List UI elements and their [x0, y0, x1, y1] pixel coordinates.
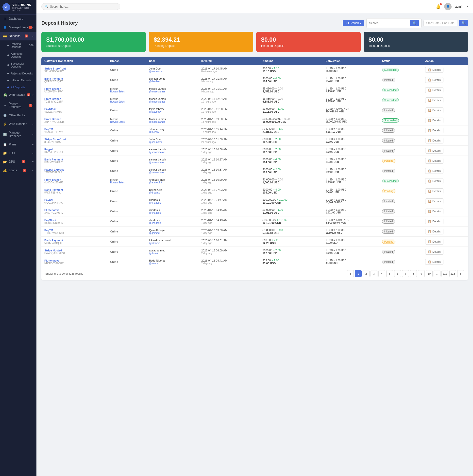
user-handle[interactable]: @mosesjames	[149, 121, 195, 123]
user-handle[interactable]: @lokmain	[149, 242, 195, 245]
user-handle[interactable]: @damian	[149, 80, 195, 83]
details-button[interactable]: 📋 Details	[425, 128, 443, 133]
prev-page-button[interactable]: ‹	[347, 270, 354, 277]
notification-icon[interactable]: 🔔	[436, 4, 441, 9]
page-button-8[interactable]: 8	[410, 270, 417, 277]
details-button[interactable]: 📋 Details	[425, 209, 443, 214]
user-handle[interactable]: @sarwarbaloch	[149, 151, 195, 154]
details-button[interactable]: 📋 Details	[425, 219, 443, 224]
date-search-button[interactable]: 🔍	[459, 20, 468, 26]
details-button[interactable]: 📋 Details	[425, 168, 443, 174]
page-button-213[interactable]: 213	[449, 270, 456, 277]
page-button-5[interactable]: 5	[386, 270, 393, 277]
user-handle[interactable]: @username	[149, 70, 195, 73]
sidebar-item-initiated-deposits[interactable]: Initiated Deposits	[0, 77, 36, 84]
sidebar-item-withdrawals[interactable]: 💸 Withdrawals 1 ▾	[0, 91, 36, 99]
user-handle[interactable]: @sarwarbaloch	[149, 161, 195, 164]
gateway-link[interactable]: PayTM	[44, 128, 104, 131]
user-handle[interactable]: @charlesk	[149, 201, 195, 204]
details-button[interactable]: 📋 Details	[425, 97, 443, 103]
search-box[interactable]: 🔍	[41, 3, 120, 10]
details-button[interactable]: 📋 Details	[425, 138, 443, 143]
gateway-link[interactable]: PayTM	[44, 229, 104, 232]
details-button[interactable]: 📋 Details	[425, 198, 443, 204]
details-button[interactable]: 📋 Details	[425, 118, 443, 123]
gateway-link[interactable]: From Branch	[44, 178, 104, 181]
gateway-link[interactable]: From Branch	[44, 87, 104, 90]
sidebar-item-rejected-deposits[interactable]: Rejected Deposits	[0, 70, 36, 77]
user-handle[interactable]: @katebaby	[149, 110, 195, 113]
admin-chevron-icon[interactable]: ▾	[467, 5, 468, 8]
details-button[interactable]: 📋 Details	[425, 77, 443, 83]
details-button[interactable]: 📋 Details	[425, 148, 443, 154]
gateway-link[interactable]: Flutterwave	[44, 259, 104, 262]
deposit-search-button[interactable]: 🔍	[410, 20, 419, 26]
gateway-link[interactable]: Paypal	[44, 198, 104, 201]
details-button[interactable]: 📋 Details	[425, 259, 443, 265]
page-button-6[interactable]: 6	[394, 270, 401, 277]
details-button[interactable]: 📋 Details	[425, 229, 443, 234]
sidebar-item-all-deposits[interactable]: All Deposits	[0, 84, 36, 91]
page-button-10[interactable]: 10	[426, 270, 433, 277]
gateway-link[interactable]: PayStack	[44, 219, 104, 222]
sidebar-item-dashboard[interactable]: ⊞ Dashboard	[0, 15, 36, 23]
sidebar-item-successful-deposits[interactable]: Successful Deposits	[0, 60, 36, 70]
sidebar-item-manage-branches[interactable]: 🏢 Manage Branches ▾	[0, 128, 36, 140]
user-handle[interactable]: @qaimed	[149, 232, 195, 234]
search-input[interactable]	[50, 5, 117, 8]
gateway-link[interactable]: Paypal	[44, 148, 104, 151]
sidebar-item-wire-transfer[interactable]: ⚡ Wire Transfer ▾	[0, 120, 36, 128]
user-handle[interactable]: @sarwarbaloch	[149, 171, 195, 174]
next-page-button[interactable]: ›	[457, 270, 464, 277]
gateway-link[interactable]: Bank Payment	[44, 77, 104, 80]
user-handle[interactable]: @ahmed99	[149, 181, 195, 184]
gateway-link[interactable]: From Branch	[44, 97, 104, 100]
page-button-7[interactable]: 7	[402, 270, 409, 277]
details-button[interactable]: 📋 Details	[425, 107, 443, 113]
details-button[interactable]: 📋 Details	[425, 188, 443, 194]
sidebar-item-money-transfers[interactable]: ↔ Money Transfers 1 ▾	[0, 99, 36, 111]
details-button[interactable]: 📋 Details	[425, 158, 443, 164]
sidebar-item-pending-deposits[interactable]: Pending Deposits 366	[0, 40, 36, 50]
gateway-link[interactable]: Stripe Storefront	[44, 67, 104, 70]
gateway-link[interactable]: Stripe Hosted	[44, 249, 104, 252]
user-handle[interactable]: @username	[149, 141, 195, 143]
user-handle[interactable]: @charlesk	[149, 222, 195, 224]
sidebar-item-deposits[interactable]: 💳 Deposits 1 ▾	[0, 32, 36, 40]
details-button[interactable]: 📋 Details	[425, 249, 443, 255]
sidebar-item-manage-users[interactable]: 👤 Manage Users 1 ▾	[0, 23, 36, 32]
gateway-link[interactable]: Flutterwave	[44, 209, 104, 212]
gateway-link[interactable]: Paypal Express	[44, 168, 104, 171]
gateway-link[interactable]: From Branch	[44, 118, 104, 121]
user-handle[interactable]: @trancex	[149, 262, 195, 265]
gateway-link[interactable]: PayStack	[44, 107, 104, 110]
details-button[interactable]: 📋 Details	[425, 67, 443, 73]
details-button[interactable]: 📋 Details	[425, 87, 443, 93]
sidebar-item-approved-deposits[interactable]: Approved Deposits	[0, 50, 36, 60]
user-handle[interactable]: @thisali	[149, 252, 195, 255]
sidebar-item-other-banks[interactable]: 🏦 Other Banks	[0, 111, 36, 120]
page-button-...[interactable]: ...	[434, 270, 440, 277]
user-handle[interactable]: @mosesjames	[149, 90, 195, 93]
gateway-link[interactable]: Stripe Storefront	[44, 138, 104, 141]
deposit-search-input[interactable]	[369, 21, 408, 25]
page-button-1[interactable]: 1	[355, 270, 362, 277]
sidebar-item-loans[interactable]: 💰 Loans 1 ▾	[0, 166, 36, 175]
user-handle[interactable]: @dreamx	[149, 191, 195, 194]
page-button-2[interactable]: 2	[363, 270, 370, 277]
user-handle[interactable]: @mosesjames	[149, 100, 195, 103]
sidebar-item-dps[interactable]: 📂 DPS 1 ▾	[0, 158, 36, 166]
gateway-link[interactable]: Bank Payment	[44, 158, 104, 161]
page-button-9[interactable]: 9	[418, 270, 425, 277]
sidebar-item-fdr[interactable]: 📁 FDR ▾	[0, 149, 36, 158]
gateway-link[interactable]: Bank Payment	[44, 239, 104, 242]
branch-select-button[interactable]: All Branch ▾	[343, 20, 365, 26]
user-handle[interactable]: @jeetww	[149, 131, 195, 133]
details-button[interactable]: 📋 Details	[425, 178, 443, 184]
page-button-4[interactable]: 4	[378, 270, 385, 277]
gateway-link[interactable]: Bank Payment	[44, 188, 104, 191]
page-button-3[interactable]: 3	[371, 270, 377, 277]
details-button[interactable]: 📋 Details	[425, 239, 443, 245]
sidebar-item-plans[interactable]: 📋 Plans ▾	[0, 140, 36, 149]
page-button-212[interactable]: 212	[441, 270, 448, 277]
